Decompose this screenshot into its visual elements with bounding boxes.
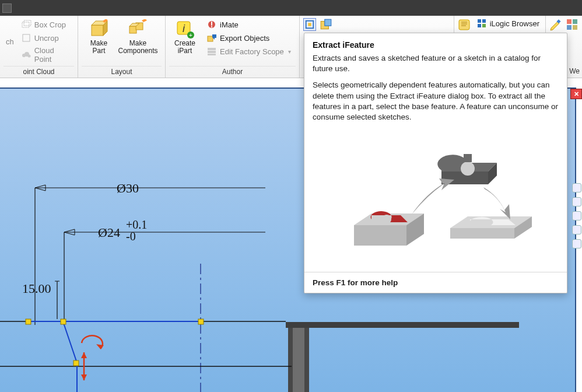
unknown-tool1-button[interactable] bbox=[320, 18, 332, 31]
svg-point-66 bbox=[461, 162, 475, 176]
export-objects-icon bbox=[206, 33, 217, 43]
extract-ifeature-tooltip: Extract iFeature Extracts and saves a sk… bbox=[304, 33, 567, 293]
panel-author: i+ CreateiPart iMate Export Objects bbox=[166, 16, 300, 78]
ilogic-browser-label: iLogic Browser bbox=[490, 19, 539, 28]
svg-text:+: + bbox=[189, 32, 192, 38]
svg-rect-26 bbox=[325, 19, 331, 26]
svg-rect-54 bbox=[198, 319, 204, 324]
imate-button[interactable]: iMate bbox=[204, 18, 293, 31]
svg-marker-58 bbox=[81, 352, 87, 358]
dim-24[interactable]: Ø24 bbox=[98, 225, 120, 240]
uncrop-button[interactable]: Uncrop bbox=[19, 32, 74, 44]
dim-15[interactable]: 15.00 bbox=[22, 281, 51, 296]
svg-marker-69 bbox=[450, 228, 514, 239]
panel-title-layout: Layout bbox=[82, 66, 162, 78]
make-part-icon bbox=[89, 19, 108, 39]
svg-rect-52 bbox=[26, 319, 31, 324]
svg-rect-27 bbox=[478, 19, 481, 23]
create-ipart-label1: Create bbox=[174, 39, 195, 47]
panel-point-cloud: ch Box Crop Uncrop bbox=[0, 16, 78, 78]
svg-rect-24 bbox=[308, 23, 311, 26]
make-comp-label1: Make bbox=[129, 39, 146, 47]
edit-factory-scope-label: Edit Factory Scope bbox=[220, 47, 284, 56]
scroll-icon[interactable] bbox=[458, 18, 471, 31]
svg-rect-20 bbox=[208, 48, 216, 50]
uncrop-icon bbox=[21, 33, 31, 43]
make-components-button[interactable]: MakeComponents bbox=[115, 18, 160, 65]
dim-24-tol-dn: -0 bbox=[126, 230, 136, 243]
cloud-point-icon bbox=[21, 50, 31, 60]
make-part-button[interactable]: MakePart bbox=[83, 18, 114, 65]
svg-rect-35 bbox=[573, 25, 577, 30]
tooltip-paragraph1: Extracts and saves a sketched feature or… bbox=[313, 53, 559, 74]
cloud-point-label: Cloud Point bbox=[34, 46, 72, 64]
svg-rect-22 bbox=[208, 54, 216, 55]
box-crop-button[interactable]: Box Crop bbox=[19, 18, 74, 31]
ilogic-browser-button[interactable]: iLogic Browser bbox=[474, 18, 542, 30]
svg-rect-39 bbox=[304, 328, 309, 392]
svg-marker-63 bbox=[354, 225, 406, 246]
create-ipart-button[interactable]: i+ CreateiPart bbox=[169, 18, 201, 65]
imate-label: iMate bbox=[220, 20, 239, 29]
tooltip-title: Extract iFeature bbox=[304, 33, 567, 53]
svg-point-65 bbox=[382, 215, 391, 224]
box-crop-icon bbox=[21, 19, 31, 30]
imate-icon bbox=[206, 19, 217, 30]
nav-tool-5[interactable] bbox=[572, 239, 581, 249]
svg-rect-67 bbox=[464, 154, 472, 162]
svg-rect-21 bbox=[208, 51, 216, 53]
svg-marker-59 bbox=[81, 374, 87, 380]
svg-rect-36 bbox=[286, 322, 519, 328]
components-grid-icon[interactable] bbox=[566, 18, 579, 31]
svg-rect-17 bbox=[211, 22, 212, 26]
ch-button[interactable]: ch bbox=[3, 36, 16, 47]
svg-rect-6 bbox=[92, 25, 103, 36]
svg-line-50 bbox=[63, 321, 77, 363]
make-part-label1: Make bbox=[90, 39, 107, 47]
svg-rect-2 bbox=[23, 34, 30, 41]
ch-label: ch bbox=[6, 37, 14, 46]
create-ipart-icon: i+ bbox=[175, 19, 195, 39]
svg-rect-53 bbox=[61, 319, 66, 324]
svg-rect-32 bbox=[567, 19, 572, 24]
svg-rect-19 bbox=[208, 36, 213, 41]
dim-30[interactable]: Ø30 bbox=[117, 181, 139, 196]
svg-point-5 bbox=[27, 55, 30, 58]
panel-title-web: We bbox=[567, 66, 582, 76]
panel-title-author: Author bbox=[169, 66, 296, 78]
export-objects-label: Export Objects bbox=[220, 34, 269, 43]
make-components-icon bbox=[128, 19, 148, 39]
make-part-label2: Part bbox=[92, 47, 105, 55]
panel-layout: MakePart MakeComponents Layout bbox=[78, 16, 166, 78]
svg-rect-18 bbox=[211, 26, 212, 27]
highlight-edit-icon[interactable] bbox=[549, 18, 562, 31]
box-crop-label: Box Crop bbox=[34, 20, 66, 29]
quick-access-dropdown-icon[interactable] bbox=[2, 4, 12, 13]
edit-factory-scope-button[interactable]: Edit Factory Scope ▾ bbox=[204, 45, 293, 58]
tooltip-illustration bbox=[304, 134, 567, 272]
cloud-point-button[interactable]: Cloud Point bbox=[19, 45, 74, 65]
edit-factory-scope-icon bbox=[206, 46, 217, 57]
panel-title-pointcloud: oint Cloud bbox=[3, 66, 74, 78]
svg-rect-9 bbox=[129, 26, 136, 33]
viewport-close-button[interactable]: ✕ bbox=[570, 89, 582, 99]
nav-tool-3[interactable] bbox=[572, 211, 581, 220]
svg-rect-30 bbox=[482, 24, 486, 27]
export-objects-button[interactable]: Export Objects bbox=[204, 32, 293, 44]
create-ipart-label2: iPart bbox=[178, 47, 192, 55]
make-comp-label2: Components bbox=[118, 47, 157, 55]
title-bar bbox=[0, 0, 582, 16]
extract-ifeature-button[interactable] bbox=[303, 18, 316, 31]
svg-rect-55 bbox=[73, 360, 79, 366]
ilogic-browser-icon bbox=[476, 18, 487, 29]
nav-tool-1[interactable] bbox=[572, 183, 581, 192]
nav-tool-4[interactable] bbox=[572, 225, 581, 235]
dropdown-icon: ▾ bbox=[288, 48, 291, 55]
nav-tool-2[interactable] bbox=[572, 197, 581, 206]
svg-rect-0 bbox=[22, 22, 29, 27]
tooltip-paragraph2: Selects geometrically dependent features… bbox=[313, 80, 559, 123]
uncrop-label: Uncrop bbox=[34, 34, 59, 43]
svg-rect-33 bbox=[573, 19, 577, 24]
svg-rect-29 bbox=[478, 24, 481, 27]
svg-rect-1 bbox=[24, 20, 31, 26]
